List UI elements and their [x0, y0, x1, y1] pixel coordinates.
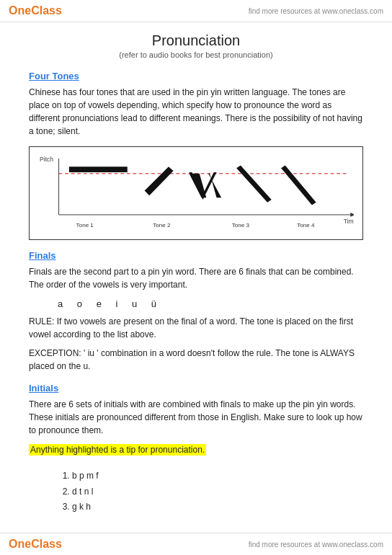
page-subtitle: (refer to audio books for best pronuncia…: [29, 50, 363, 59]
list-item: b p m f: [72, 469, 363, 484]
svg-text:Pitch: Pitch: [40, 156, 53, 163]
svg-text:Tone 1: Tone 1: [76, 222, 94, 228]
svg-text:Tone 3: Tone 3: [232, 222, 250, 228]
page-wrapper: OneClass find more resources at www.onec…: [0, 0, 392, 555]
highlight-tip: Anything highlighted is a tip for pronun…: [29, 444, 206, 456]
section-heading-initials[interactable]: Initials: [29, 383, 363, 394]
main-content: Pronunciation (refer to audio books for …: [0, 22, 392, 530]
list-item: d t n l: [72, 484, 363, 500]
four-tones-body: Chinese has four tones that are used in …: [29, 86, 363, 138]
footer-logo: OneClass: [9, 538, 62, 551]
svg-text:Tone 4: Tone 4: [297, 222, 315, 228]
svg-marker-6: [69, 166, 128, 172]
header-logo: OneClass: [9, 4, 62, 17]
header-tagline: find more resources at www.oneclass.com: [249, 7, 383, 15]
finals-exception: EXCEPTION: ' iu ' combination in a word …: [29, 347, 363, 373]
footer-bar: OneClass find more resources at www.onec…: [0, 533, 392, 555]
footer-tagline: find more resources at www.oneclass.com: [249, 541, 383, 549]
svg-marker-15: [281, 165, 316, 205]
exception-label: EXCEPTION: ' iu ' combination in a word …: [29, 348, 355, 371]
tone-chart-svg: Pitch Time: [38, 153, 354, 232]
section-heading-four-tones[interactable]: Four Tones: [29, 71, 363, 81]
finals-rule: RULE: If two vowels are present on the f…: [29, 315, 363, 341]
svg-marker-7: [145, 166, 174, 195]
svg-text:Time: Time: [344, 218, 354, 225]
svg-text:Tone 2: Tone 2: [153, 222, 171, 228]
svg-marker-3: [350, 213, 354, 217]
tone-chart: Pitch Time: [29, 146, 363, 240]
initials-list: b p m f d t n l g k h: [72, 469, 363, 515]
finals-body: Finals are the second part to a pin yin …: [29, 265, 363, 291]
finals-vowels: a o e i u ü: [58, 298, 363, 309]
list-item: g k h: [72, 500, 363, 515]
section-heading-finals[interactable]: Finals: [29, 250, 363, 261]
svg-marker-10: [236, 165, 272, 202]
initials-body: There are 6 sets of initials with are co…: [29, 398, 363, 437]
rule-label: RULE: If two vowels are present on the f…: [29, 316, 353, 339]
header-bar: OneClass find more resources at www.onec…: [0, 0, 392, 22]
page-title: Pronunciation: [29, 32, 363, 49]
